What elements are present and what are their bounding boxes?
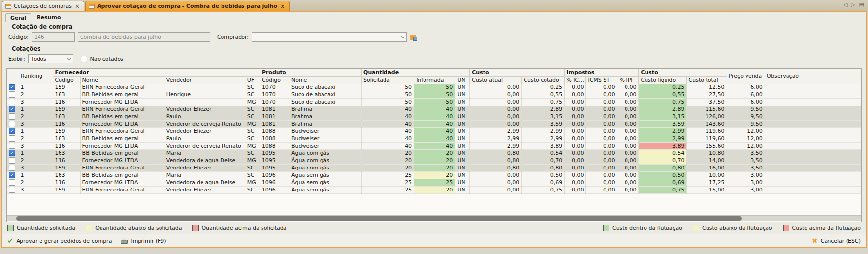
cell-solicitada: 20	[362, 149, 414, 157]
comprador-lookup-icon[interactable]	[410, 34, 417, 41]
window-tab-0[interactable]: Cotações de compras×	[2, 1, 84, 11]
table-row[interactable]: 2116Fornecedor MG LTDAVendedora de agua …	[7, 157, 862, 164]
scrollbar-thumb[interactable]	[16, 216, 742, 221]
table-row[interactable]: ✓1159ERN Fornecedora GeralVendedor Eliez…	[7, 106, 862, 113]
cell-preco-venda: 9,50	[727, 120, 765, 127]
tab-list-icon[interactable]: ▤	[859, 1, 864, 8]
table-row[interactable]: 3116Fornecedor MG LTDAMG1070Suco de abac…	[7, 98, 862, 106]
cell-produto-nome: Brahma	[289, 113, 361, 120]
comprador-combobox[interactable]	[252, 32, 407, 42]
row-checkbox[interactable]: ✓	[9, 106, 15, 112]
cell-observacao	[765, 186, 862, 193]
cell-observacao	[765, 98, 862, 106]
cell-un: UN	[455, 127, 470, 135]
row-checkbox[interactable]	[9, 143, 15, 149]
cell-custo-atual: 0,00	[470, 186, 522, 193]
window-tab-1[interactable]: Aprovar cotação de compra - Combra de be…	[85, 1, 290, 11]
header-col-custo-atual[interactable]: Custo atual	[470, 76, 522, 84]
descricao-field[interactable]	[78, 32, 210, 42]
row-checkbox[interactable]	[9, 135, 15, 142]
table-row[interactable]: 2163BB Bebidas em geralPauloSC1081Brahma…	[7, 113, 862, 120]
row-checkbox[interactable]	[9, 121, 15, 127]
cell-fornecedor-codigo: 159	[53, 164, 80, 171]
tab-close-icon[interactable]: ×	[74, 3, 80, 10]
row-checkbox[interactable]: ✓	[9, 84, 15, 90]
tab-scroll-left-icon[interactable]: ◁	[843, 1, 847, 8]
tab-resumo[interactable]: Resumo	[32, 13, 65, 22]
row-checkbox[interactable]	[9, 99, 15, 105]
tab-scroll-right-icon[interactable]: ▷	[851, 1, 855, 8]
cell-informada: 40	[414, 127, 455, 135]
cell-icms-st: 0,00	[586, 186, 617, 193]
row-checkbox[interactable]	[9, 157, 15, 164]
table-row[interactable]: 3159ERN Fornecedora GeralVendedor Elieze…	[7, 164, 862, 171]
cell-pct-icms: 0,00	[565, 142, 586, 149]
cell-produto-nome: Água sem gás	[289, 171, 361, 179]
header-col-solicitada[interactable]: Solicitada	[362, 76, 414, 84]
cell-produto-nome: Budweiser	[289, 127, 361, 135]
cell-custo-total: 14,00	[686, 157, 727, 164]
row-checkbox[interactable]	[9, 165, 15, 171]
cell-vendedor: Venderor de cerveja Renato	[164, 142, 245, 149]
header-col-icms-st[interactable]: ICMS ST	[586, 76, 617, 84]
legend-swatch-below	[86, 225, 92, 231]
header-col-codigo[interactable]: Codigo	[53, 76, 80, 84]
approve-button[interactable]: ✔ Aprovar e gerar pedidos de compra	[7, 236, 112, 245]
row-checkbox[interactable]	[9, 91, 15, 98]
cell-icms-st: 0,00	[586, 149, 617, 157]
table-row[interactable]: ✓1159ERN Fornecedora GeralVendedor Eliez…	[7, 127, 862, 135]
tab-geral[interactable]: Geral	[5, 13, 31, 22]
cell-uf: MG	[245, 157, 260, 164]
header-col-informada[interactable]: Informada	[414, 76, 455, 84]
row-checkbox[interactable]: ✓	[9, 150, 15, 156]
tab-close-icon[interactable]: ×	[280, 3, 285, 10]
row-checkbox[interactable]: ✓	[9, 172, 15, 178]
header-col-c-digo[interactable]: Código	[260, 76, 289, 84]
table-row[interactable]: ✓1163BB Bebidas em geralMariaSC1095Água …	[7, 149, 862, 157]
cell-informada: 50	[414, 91, 455, 98]
table-row[interactable]: ✓1163BB Bebidas em geralMariaSC1096Água …	[7, 171, 862, 179]
header-col-custo-total[interactable]: Custo total	[686, 76, 727, 84]
table-row[interactable]: 2163BB Bebidas em geralHenriqueSC1070Suc…	[7, 91, 862, 98]
table-row[interactable]: ✓1159ERN Fornecedora GeralSC1070Suco de …	[7, 84, 862, 91]
table-row[interactable]: 2116Fornecedor MG LTDAVendedora de agua …	[7, 179, 862, 186]
header-col--ic-[interactable]: % IC...	[565, 76, 586, 84]
print-button[interactable]: Imprimir (F9)	[121, 238, 166, 244]
horizontal-scrollbar[interactable]	[7, 215, 861, 221]
cell-produto-codigo: 1088	[260, 142, 289, 149]
cell-custo-liquido: 0,25	[639, 84, 686, 91]
cell-ranking: 3	[19, 186, 53, 193]
table-row[interactable]: 2163BB Bebidas em geralPauloSC1088Budwei…	[7, 135, 862, 142]
header-col-custo-cotado[interactable]: Custo cotado	[522, 76, 565, 84]
table-row[interactable]: 3159ERN Fornecedora GeralVendedor Elieze…	[7, 186, 862, 193]
cancel-button[interactable]: ✖ Cancelar (ESC)	[812, 237, 861, 245]
header-pre-o-venda[interactable]: Preço venda	[727, 69, 765, 84]
row-checkbox[interactable]: ✓	[9, 128, 15, 134]
row-checkbox[interactable]	[9, 187, 15, 193]
cell-select	[7, 113, 19, 120]
header-ranking[interactable]: Ranking	[19, 69, 53, 84]
header-col-custo-l-quido[interactable]: Custo líquido	[639, 76, 686, 84]
row-checkbox[interactable]	[9, 113, 15, 120]
cell-solicitada: 40	[362, 113, 414, 120]
cell-pct-icms: 0,00	[565, 171, 586, 179]
header-group-custo: Custo	[639, 69, 727, 76]
header-col-nome[interactable]: Nome	[289, 76, 361, 84]
header-observa-o[interactable]: Observação	[765, 69, 862, 84]
row-checkbox[interactable]	[9, 179, 15, 186]
table-row[interactable]: 3116Fornecedor MG LTDAVenderor de cervej…	[7, 142, 862, 149]
header-col--ipi[interactable]: % IPI	[617, 76, 639, 84]
cell-fornecedor-nome: Fornecedor MG LTDA	[80, 179, 164, 186]
cell-informada: 40	[414, 135, 455, 142]
cell-custo-total: 10,00	[686, 171, 727, 179]
nao-cotados-checkbox[interactable]	[81, 56, 87, 62]
table-row[interactable]: 3116Fornecedor MG LTDAVenderor de cervej…	[7, 120, 862, 127]
exibir-select[interactable]: Todos	[28, 54, 73, 64]
codigo-field[interactable]	[32, 32, 75, 42]
header-col-nome[interactable]: Nome	[80, 76, 164, 84]
cell-custo-total: 15,00	[686, 186, 727, 193]
header-col-vendedor[interactable]: Vendedor	[164, 76, 245, 84]
cell-uf: SC	[245, 91, 260, 98]
header-col-uf[interactable]: UF	[245, 76, 260, 84]
header-col-un[interactable]: UN	[455, 76, 470, 84]
